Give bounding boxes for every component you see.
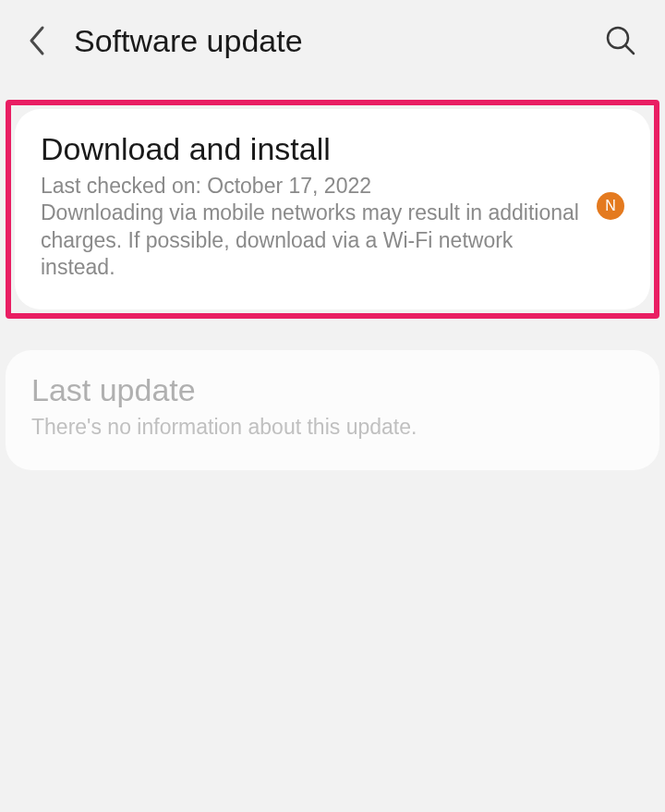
- page-title: Software update: [74, 23, 598, 59]
- back-button[interactable]: [22, 18, 52, 63]
- card-content: Download and install Last checked on: Oc…: [41, 131, 580, 282]
- last-update-title: Last update: [31, 372, 634, 408]
- header: Software update: [0, 0, 665, 81]
- search-icon: [605, 25, 636, 56]
- download-install-title: Download and install: [41, 131, 580, 167]
- last-update-card[interactable]: Last update There's no information about…: [6, 350, 659, 470]
- search-button[interactable]: [598, 18, 643, 63]
- download-warning-text: Downloading via mobile networks may resu…: [41, 200, 579, 279]
- svg-line-1: [626, 46, 635, 55]
- download-install-card[interactable]: Download and install Last checked on: Oc…: [15, 109, 650, 309]
- last-checked-text: Last checked on: October 17, 2022: [41, 174, 371, 198]
- highlighted-selection: Download and install Last checked on: Oc…: [6, 100, 659, 319]
- download-install-subtitle: Last checked on: October 17, 2022 Downlo…: [41, 173, 580, 282]
- back-chevron-icon: [28, 25, 46, 56]
- card-row: Download and install Last checked on: Oc…: [41, 131, 624, 282]
- notification-badge: N: [597, 192, 624, 220]
- last-update-subtitle: There's no information about this update…: [31, 414, 634, 441]
